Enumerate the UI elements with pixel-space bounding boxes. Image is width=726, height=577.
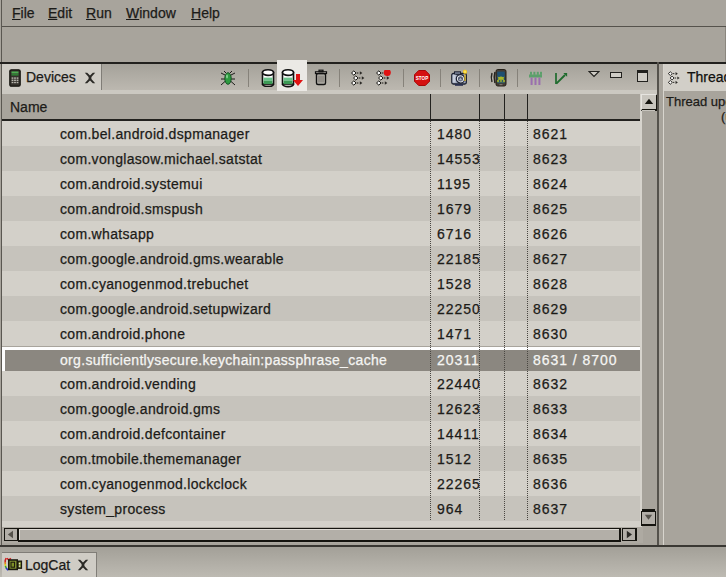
svg-text:STOP: STOP — [416, 76, 428, 81]
